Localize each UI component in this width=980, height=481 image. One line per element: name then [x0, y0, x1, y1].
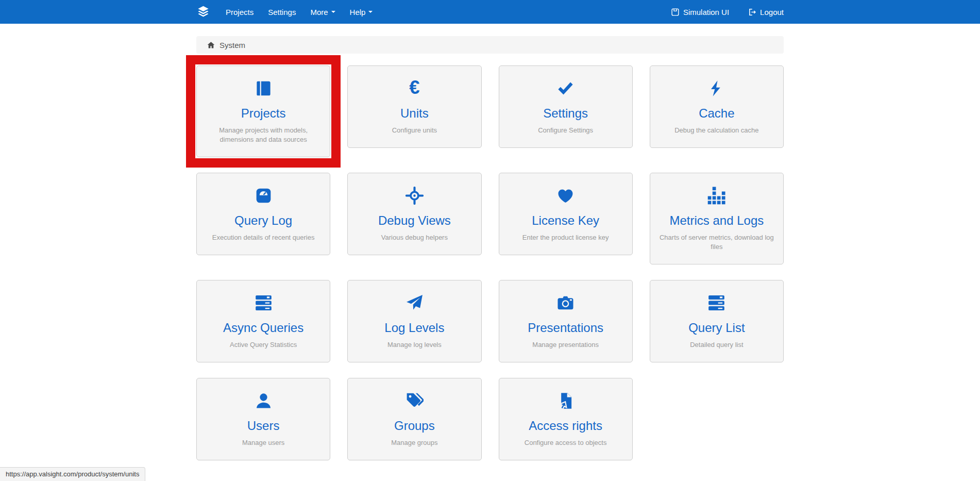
- status-url-tooltip: https://app.valsight.com/product/system/…: [0, 467, 145, 481]
- server-icon: [707, 294, 725, 312]
- navbar-right-menu: Simulation UILogout: [671, 8, 784, 16]
- card-query-list[interactable]: Query ListDetailed query list: [650, 280, 784, 362]
- card-title: Metrics and Logs: [660, 213, 774, 228]
- card-title: Presentations: [509, 320, 623, 336]
- nav-item-help[interactable]: Help: [343, 0, 380, 24]
- card-projects[interactable]: ProjectsManage projects with models, dim…: [196, 65, 330, 157]
- card-title: Projects: [206, 106, 320, 121]
- euro-icon: €: [405, 79, 424, 97]
- card-description: Manage projects with models, dimensions …: [206, 126, 320, 144]
- check-icon: [556, 79, 575, 97]
- card-description: Execution details of recent queries: [206, 233, 320, 242]
- card-query-log[interactable]: Query LogExecution details of recent que…: [196, 173, 330, 255]
- card-metrics-and-logs[interactable]: Metrics and LogsCharts of server metrics…: [650, 173, 784, 264]
- nav-item-logout[interactable]: Logout: [748, 8, 784, 16]
- card-title: Groups: [357, 418, 471, 434]
- book-icon: [255, 79, 273, 97]
- nav-item-projects[interactable]: Projects: [218, 0, 261, 24]
- card-description: Active Query Statistics: [206, 340, 320, 350]
- card-description: Configure access to objects: [509, 438, 623, 447]
- card-title: Query List: [660, 320, 774, 336]
- card-units[interactable]: €UnitsConfigure units: [347, 65, 481, 148]
- main-menu: ProjectsSettingsMoreHelp: [218, 0, 380, 24]
- nav-item-label: Logout: [760, 8, 784, 16]
- card-description: Enter the product license key: [509, 233, 623, 242]
- card-access-rights[interactable]: Access rightsConfigure access to objects: [499, 378, 633, 460]
- camera-icon: [556, 294, 575, 312]
- nav-item-label: Projects: [226, 8, 254, 16]
- caret-down-icon: [368, 11, 373, 13]
- svg-text:€: €: [409, 79, 419, 97]
- card-title: Users: [206, 418, 320, 434]
- blocks-chart-icon: [707, 187, 725, 205]
- nav-item-label: Help: [350, 8, 366, 16]
- nav-item-simulation-ui[interactable]: Simulation UI: [671, 8, 729, 16]
- card-title: Log Levels: [357, 320, 471, 336]
- breadcrumb[interactable]: System: [196, 36, 784, 54]
- card-settings[interactable]: SettingsConfigure Settings: [499, 65, 633, 148]
- bolt-icon: [707, 79, 725, 97]
- file-arrow-icon: [556, 392, 575, 410]
- card-title: Cache: [660, 106, 774, 121]
- paper-plane-icon: [405, 294, 424, 312]
- top-navbar: ProjectsSettingsMoreHelp Simulation UILo…: [0, 0, 980, 24]
- nav-item-more[interactable]: More: [303, 0, 342, 24]
- page-content: System ProjectsManage projects with mode…: [196, 36, 784, 466]
- app-logo-layers-icon[interactable]: [196, 5, 210, 19]
- card-description: Charts of server metrics, download log f…: [660, 233, 774, 252]
- home-icon: [207, 41, 215, 49]
- card-users[interactable]: UsersManage users: [196, 378, 330, 460]
- user-icon: [255, 392, 273, 410]
- card-description: Manage groups: [357, 438, 471, 447]
- tags-icon: [405, 392, 424, 410]
- card-async-queries[interactable]: Async QueriesActive Query Statistics: [196, 280, 330, 362]
- card-license-key[interactable]: License KeyEnter the product license key: [499, 173, 633, 255]
- card-title: Query Log: [206, 213, 320, 228]
- card-debug-views[interactable]: Debug ViewsVarious debug helpers: [347, 173, 481, 255]
- card-groups[interactable]: GroupsManage groups: [347, 378, 481, 460]
- card-description: Configure Settings: [509, 126, 623, 135]
- card-description: Various debug helpers: [357, 233, 471, 242]
- scale-icon: [255, 187, 273, 205]
- card-log-levels[interactable]: Log LevelsManage log levels: [347, 280, 481, 362]
- server-icon: [255, 294, 273, 312]
- card-title: Async Queries: [206, 320, 320, 336]
- card-description: Detailed query list: [660, 340, 774, 350]
- card-title: Debug Views: [357, 213, 471, 228]
- crosshairs-icon: [405, 187, 424, 205]
- card-title: Access rights: [509, 418, 623, 434]
- card-title: Settings: [509, 106, 623, 121]
- navbar-inner: ProjectsSettingsMoreHelp Simulation UILo…: [196, 0, 784, 24]
- card-description: Manage users: [206, 438, 320, 447]
- nav-item-label: Settings: [268, 8, 296, 16]
- system-cards-grid: ProjectsManage projects with models, dim…: [196, 65, 784, 466]
- nav-item-label: Simulation UI: [683, 8, 729, 16]
- card-description: Manage log levels: [357, 340, 471, 350]
- card-title: Units: [357, 106, 471, 121]
- card-description: Configure units: [357, 126, 471, 135]
- caret-down-icon: [331, 11, 335, 13]
- save-icon: [671, 8, 680, 16]
- card-cache[interactable]: CacheDebug the calculation cache: [650, 65, 784, 148]
- logout-icon: [748, 8, 756, 16]
- card-title: License Key: [509, 213, 623, 228]
- card-description: Debug the calculation cache: [660, 126, 774, 135]
- breadcrumb-label: System: [219, 41, 245, 49]
- heart-icon: [556, 187, 575, 205]
- nav-item-settings[interactable]: Settings: [261, 0, 303, 24]
- card-presentations[interactable]: PresentationsManage presentations: [499, 280, 633, 362]
- nav-item-label: More: [310, 8, 328, 16]
- card-description: Manage presentations: [509, 340, 623, 350]
